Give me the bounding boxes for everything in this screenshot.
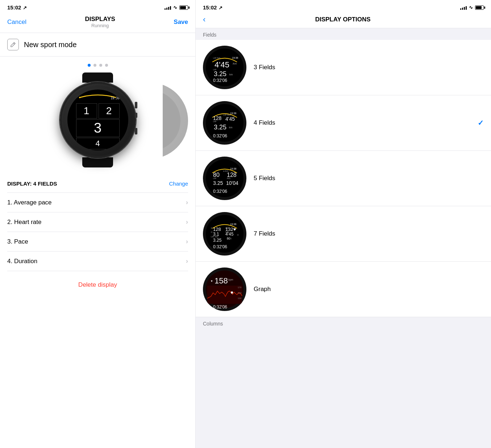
svg-text:♥: ♥ bbox=[211, 227, 212, 229]
field-3-label: 3. Pace bbox=[7, 238, 28, 245]
dot-4[interactable] bbox=[105, 64, 108, 67]
svg-text:19:36: 19:36 bbox=[230, 223, 237, 225]
right-time: 15:02 ↗ bbox=[203, 4, 222, 11]
svg-text:3.25: 3.25 bbox=[213, 180, 223, 186]
option-4fields-label: 4 Fields bbox=[254, 119, 275, 126]
option-5fields-label: 5 Fields bbox=[254, 175, 275, 182]
svg-text:0:32'06: 0:32'06 bbox=[213, 78, 227, 83]
dot-2[interactable] bbox=[93, 64, 96, 67]
option-7fields-label: 7 Fields bbox=[254, 230, 275, 237]
option-4fields-info: 4 Fields bbox=[246, 119, 478, 126]
watch-thumb-7fields: 19:36 ♥ 128 AVG 132♥ m 3.1 LAP 4'45 ⊙ LA… bbox=[203, 212, 246, 256]
right-status-bar: 15:02 ↗ ∿ bbox=[196, 0, 491, 13]
cancel-button[interactable]: Cancel bbox=[7, 18, 26, 26]
field-list: 1. Average pace › 2. Heart rate › 3. Pac… bbox=[7, 192, 188, 271]
edit-icon bbox=[7, 39, 19, 50]
svg-text:80: 80 bbox=[227, 237, 230, 240]
svg-text:LAP: LAP bbox=[213, 120, 217, 123]
field-item-3[interactable]: 3. Pace › bbox=[7, 232, 188, 252]
right-nav-bar: ‹ DISPLAY OPTIONS bbox=[196, 13, 491, 28]
svg-point-58 bbox=[231, 291, 233, 294]
option-3fields-label: 3 Fields bbox=[254, 64, 275, 71]
svg-text:19:36: 19:36 bbox=[230, 167, 237, 170]
sport-mode-label: New sport mode bbox=[24, 41, 77, 49]
svg-text:128: 128 bbox=[213, 227, 221, 232]
display-title: DISPLAY: 4 FIELDS bbox=[7, 181, 57, 187]
svg-text:♥: ♥ bbox=[211, 279, 213, 283]
right-wifi-icon: ∿ bbox=[469, 5, 473, 10]
options-list: Fields LAP AVG 4'45 /km LAP 3.25 bbox=[196, 28, 491, 448]
chevron-icon-1: › bbox=[186, 199, 188, 206]
svg-text:0:32'06: 0:32'06 bbox=[213, 133, 227, 138]
svg-text:↑: ↑ bbox=[230, 237, 232, 240]
field-item-2[interactable]: 2. Heart rate › bbox=[7, 212, 188, 232]
option-4fields[interactable]: 19:36 128 LAP AVG 4'45 LAP 3.25 km 0:32'… bbox=[196, 95, 491, 151]
dot-3[interactable] bbox=[99, 64, 102, 67]
svg-text:km: km bbox=[229, 73, 233, 76]
watch-thumb-4fields: 19:36 128 LAP AVG 4'45 LAP 3.25 km 0:32'… bbox=[203, 101, 246, 145]
right-panel: 15:02 ↗ ∿ ‹ DISPLAY OPTIONS Fields bbox=[196, 0, 491, 448]
left-panel: 15:02 ↗ ∿ Cancel DISPLAYS Running Save bbox=[0, 0, 196, 448]
watch-carousel: 19:36 1 2 3 4 SUUNTO bbox=[0, 57, 195, 175]
option-graph[interactable]: ♥ 158 bpm 170 150 130 0:32'06 bbox=[196, 262, 491, 317]
left-status-icons: ∿ bbox=[165, 5, 188, 10]
right-signal-bars-icon bbox=[460, 5, 467, 10]
svg-text:/km: /km bbox=[233, 62, 237, 65]
svg-text:0:32'06: 0:32'06 bbox=[213, 189, 227, 194]
back-button[interactable]: ‹ bbox=[203, 16, 205, 24]
right-status-icons: ∿ bbox=[460, 5, 484, 10]
svg-text:3.25: 3.25 bbox=[213, 238, 222, 243]
next-watch-preview: 1 3 5 bbox=[163, 83, 188, 159]
svg-text:150: 150 bbox=[238, 292, 242, 294]
left-nav-title: DISPLAYS Running bbox=[85, 16, 115, 28]
main-watch: 19:36 1 2 3 4 SUUNTO bbox=[60, 72, 136, 167]
option-3fields-info: 3 Fields bbox=[246, 64, 484, 71]
delete-display-button[interactable]: Delete display bbox=[0, 274, 195, 296]
option-5fields-info: 5 Fields bbox=[246, 175, 484, 182]
option-5fields[interactable]: 19:36 ♥ AVG 80 128 LAP AVG 3.25 10'04 0:… bbox=[196, 151, 491, 206]
left-nav-bar: Cancel DISPLAYS Running Save bbox=[0, 13, 195, 33]
svg-text:0:32'06: 0:32'06 bbox=[213, 304, 227, 310]
svg-text:LAP AVG: LAP AVG bbox=[213, 57, 221, 59]
battery-icon bbox=[179, 5, 188, 10]
location-icon: ↗ bbox=[23, 5, 27, 11]
section-header-fields: Fields bbox=[196, 28, 491, 40]
signal-bars-icon bbox=[165, 5, 171, 10]
field-item-4[interactable]: 4. Duration › bbox=[7, 252, 188, 271]
chevron-icon-3: › bbox=[186, 238, 188, 245]
svg-text:170: 170 bbox=[238, 286, 242, 289]
section-header-columns: Columns bbox=[196, 317, 491, 329]
svg-text:0:32'06: 0:32'06 bbox=[213, 244, 227, 249]
svg-text:158: 158 bbox=[215, 276, 228, 285]
sport-mode-row[interactable]: New sport mode bbox=[0, 33, 195, 57]
svg-text:4'45: 4'45 bbox=[225, 232, 234, 237]
change-button[interactable]: Change bbox=[169, 181, 188, 187]
watch-thumb-5fields: 19:36 ♥ AVG 80 128 LAP AVG 3.25 10'04 0:… bbox=[203, 157, 246, 200]
left-status-bar: 15:02 ↗ ∿ bbox=[0, 0, 195, 13]
right-nav-title: DISPLAY OPTIONS bbox=[210, 16, 476, 23]
svg-text:3.25: 3.25 bbox=[214, 124, 226, 131]
svg-text:3.25: 3.25 bbox=[214, 70, 226, 78]
field-item-1[interactable]: 1. Average pace › bbox=[7, 193, 188, 212]
svg-text:4'45: 4'45 bbox=[225, 116, 235, 122]
save-button[interactable]: Save bbox=[174, 18, 188, 26]
field-2-label: 2. Heart rate bbox=[7, 219, 42, 226]
watch-thumb-3fields: LAP AVG 4'45 /km LAP 3.25 km 0:32'06 19:… bbox=[203, 46, 246, 89]
svg-text:⊙: ⊙ bbox=[237, 234, 239, 236]
svg-text:19:36: 19:36 bbox=[232, 57, 238, 59]
option-7fields[interactable]: 19:36 ♥ 128 AVG 132♥ m 3.1 LAP 4'45 ⊙ LA… bbox=[196, 206, 491, 262]
svg-text:AVG: AVG bbox=[227, 177, 230, 179]
carousel-dots bbox=[88, 64, 108, 67]
left-time: 15:02 ↗ bbox=[7, 4, 27, 11]
svg-text:LAP: LAP bbox=[213, 177, 217, 179]
dot-1[interactable] bbox=[88, 64, 91, 67]
option-graph-label: Graph bbox=[254, 286, 271, 293]
field-4-label: 4. Duration bbox=[7, 258, 37, 265]
option-7fields-info: 7 Fields bbox=[246, 230, 484, 237]
right-battery-icon bbox=[475, 5, 484, 10]
svg-text:km: km bbox=[229, 126, 233, 129]
right-location-icon: ↗ bbox=[219, 5, 222, 11]
option-3fields[interactable]: LAP AVG 4'45 /km LAP 3.25 km 0:32'06 19:… bbox=[196, 40, 491, 95]
svg-text:m: m bbox=[211, 231, 212, 233]
selected-checkmark: ✓ bbox=[478, 119, 484, 127]
